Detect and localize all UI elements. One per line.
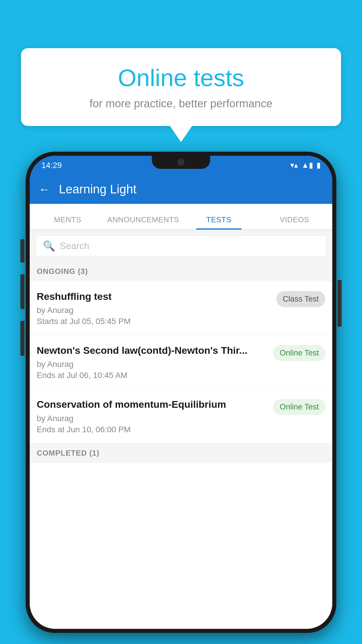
tab-announcements[interactable]: ANNOUNCEMENTS [106,215,181,230]
badge-class-test-1: Class Test [276,291,325,307]
phone-button-volume-up [20,239,24,262]
app-title: Learning Light [59,182,136,196]
test-title-1: Reshuffling test [37,290,272,303]
search-container: 🔍 Search [30,230,332,262]
tab-tests[interactable]: TESTS [181,215,257,230]
back-button[interactable]: ← [38,183,50,196]
search-bar[interactable]: 🔍 Search [36,235,326,256]
phone-notch [152,156,210,169]
phone-screen: 14:29 ▾▴ ▲▮ ▮ ← Learning Light MENTS ANN… [30,156,332,629]
test-author-1: by Anurag [37,306,272,315]
speech-bubble-subtitle: for more practice, better performance [38,97,324,110]
test-item-2[interactable]: Newton's Second law(contd)-Newton's Thir… [30,335,332,389]
completed-section-header: COMPLETED (1) [30,443,332,463]
phone-button-volume-down2 [20,321,24,356]
test-author-3: by Anurag [37,414,268,423]
badge-online-test-3: Online Test [273,399,325,415]
test-item-1[interactable]: Reshuffling test by Anurag Starts at Jul… [30,281,332,335]
test-info-2: Newton's Second law(contd)-Newton's Thir… [37,344,268,380]
test-time-1: Starts at Jul 05, 05:45 PM [37,317,272,326]
wifi-icon: ▾▴ [290,161,298,170]
tab-ments[interactable]: MENTS [30,215,106,230]
test-title-3: Conservation of momentum-Equilibrium [37,398,268,411]
test-time-3: Ends at Jun 10, 06:00 PM [37,425,268,434]
test-item-3[interactable]: Conservation of momentum-Equilibrium by … [30,389,332,443]
status-time: 14:29 [41,161,62,170]
badge-online-test-2: Online Test [273,345,325,361]
test-info-1: Reshuffling test by Anurag Starts at Jul… [37,290,272,326]
search-input[interactable]: Search [60,241,89,251]
app-header: ← Learning Light [30,175,332,204]
speech-bubble: Online tests for more practice, better p… [21,48,341,126]
tabs-bar: MENTS ANNOUNCEMENTS TESTS VIDEOS [30,204,332,230]
ongoing-section-header: ONGOING (3) [30,262,332,281]
phone-frame: 14:29 ▾▴ ▲▮ ▮ ← Learning Light MENTS ANN… [26,152,336,633]
phone-button-volume-down [20,274,24,309]
search-icon: 🔍 [43,240,55,252]
battery-icon: ▮ [317,161,321,170]
tab-videos[interactable]: VIDEOS [257,215,333,230]
test-info-3: Conservation of momentum-Equilibrium by … [37,398,268,434]
test-list: Reshuffling test by Anurag Starts at Jul… [30,281,332,629]
status-icons: ▾▴ ▲▮ ▮ [290,161,321,170]
test-author-2: by Anurag [37,360,268,369]
test-title-2: Newton's Second law(contd)-Newton's Thir… [37,344,268,357]
phone-camera [178,159,184,166]
phone-container: 14:29 ▾▴ ▲▮ ▮ ← Learning Light MENTS ANN… [26,152,336,644]
speech-bubble-title: Online tests [38,64,324,92]
test-time-2: Ends at Jul 06, 10:45 AM [37,371,268,380]
phone-button-power [338,280,342,327]
signal-icon: ▲▮ [301,161,313,170]
